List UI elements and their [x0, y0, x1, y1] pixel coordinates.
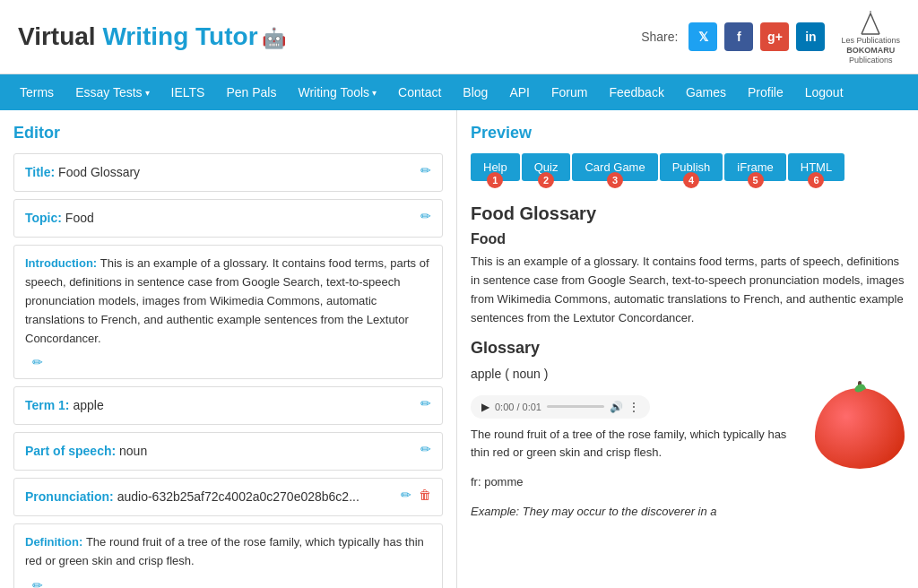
svg-line-1 — [870, 13, 879, 34]
pos-field-content: Part of speech: noun — [25, 442, 413, 461]
iframe-button[interactable]: iFrame 5 — [724, 153, 785, 181]
audio-player[interactable]: ▶ 0:00 / 0:01 🔊 ⋮ — [471, 395, 650, 419]
bokomaru-svg-icon — [853, 9, 888, 36]
apple-image — [815, 388, 905, 469]
nav-contact[interactable]: Contact — [387, 74, 452, 110]
preview-buttons: Help 1 Quiz 2 Card Game 3 Publish 4 iFra… — [471, 153, 905, 181]
audio-progress-bar[interactable] — [547, 405, 604, 408]
title-field-content: Title: Food Glossary — [25, 163, 413, 182]
iframe-badge: 5 — [748, 172, 764, 188]
main-content: Editor Title: Food Glossary ✏ Topic: Foo… — [0, 110, 918, 588]
pronunciation-label: Pronunciation: — [25, 489, 117, 504]
google-share-button[interactable]: g+ — [760, 22, 789, 51]
pos-label: Part of speech: — [25, 444, 119, 458]
quiz-badge: 2 — [538, 172, 554, 188]
publish-badge: 4 — [683, 172, 699, 188]
header: Virtual Writing Tutor🤖 Share: 𝕏 f g+ in … — [0, 0, 918, 74]
term1-field: Term 1: apple ✏ — [13, 386, 443, 425]
header-right: Share: 𝕏 f g+ in Les Publications BOKOMA… — [641, 9, 900, 65]
term1-label: Term 1: — [25, 398, 73, 412]
nav-logout[interactable]: Logout — [794, 74, 854, 110]
title-value: Food Glossary — [58, 165, 140, 179]
definition-label: Definition: — [25, 535, 86, 549]
volume-icon[interactable]: 🔊 — [610, 401, 623, 413]
pronunciation-icons: ✏ 🗑 — [394, 488, 431, 502]
linkedin-share-button[interactable]: in — [796, 22, 825, 51]
preview-example-text: Example: They may occur to the discovere… — [471, 503, 801, 522]
preview-content: Food Glossary Food This is an example of… — [471, 203, 905, 532]
topic-label: Topic: — [25, 211, 65, 225]
preview-term-row: ▶ 0:00 / 0:01 🔊 ⋮ The round fruit of a t… — [471, 388, 905, 532]
quiz-button[interactable]: Quiz 2 — [522, 153, 571, 181]
html-button[interactable]: HTML 6 — [788, 153, 844, 181]
introduction-field: Introduction: This is an example of a gl… — [13, 245, 443, 379]
definition-edit-icon[interactable]: ✏ — [32, 578, 43, 588]
preview-intro-text: This is an example of a glossary. It con… — [471, 253, 905, 327]
pronunciation-field-content: Pronunciation: audio-632b25af72c4002a0c2… — [25, 488, 394, 506]
nav-essay-tests[interactable]: Essay Tests ▾ — [65, 74, 160, 110]
preview-glossary-title: Food Glossary — [471, 203, 905, 224]
nav-profile[interactable]: Profile — [737, 74, 794, 110]
preview-term-line: apple ( noun ) — [471, 367, 905, 381]
logo-blue: Writing Tutor — [102, 22, 257, 50]
nav-pen-pals[interactable]: Pen Pals — [215, 74, 287, 110]
term1-field-content: Term 1: apple — [25, 396, 413, 415]
editor-title: Editor — [13, 124, 443, 143]
topic-field-content: Topic: Food — [25, 209, 413, 228]
pronunciation-field: Pronunciation: audio-632b25af72c4002a0c2… — [13, 478, 443, 516]
title-label: Title: — [25, 165, 58, 179]
share-label: Share: — [641, 30, 678, 44]
publish-button[interactable]: Publish 4 — [660, 153, 723, 181]
bokomaru-text3: Publications — [849, 56, 893, 65]
pronunciation-delete-icon[interactable]: 🗑 — [419, 488, 431, 502]
logo-robot-icon: 🤖 — [262, 27, 286, 49]
svg-line-0 — [862, 13, 870, 34]
audio-time: 0:00 / 0:01 — [495, 402, 541, 412]
topic-edit-icon[interactable]: ✏ — [420, 209, 431, 223]
editor-panel: Editor Title: Food Glossary ✏ Topic: Foo… — [0, 110, 457, 588]
nav-api[interactable]: API — [498, 74, 541, 110]
html-badge: 6 — [808, 172, 824, 188]
play-button[interactable]: ▶ — [481, 401, 489, 413]
preview-topic: Food — [471, 231, 905, 247]
term1-edit-icon[interactable]: ✏ — [420, 396, 431, 411]
nav-terms[interactable]: Terms — [9, 74, 65, 110]
help-button[interactable]: Help 1 — [471, 153, 520, 181]
pos-edit-icon[interactable]: ✏ — [420, 442, 431, 456]
essay-tests-arrow-icon: ▾ — [145, 88, 150, 98]
nav-blog[interactable]: Blog — [452, 74, 498, 110]
preview-term-info: ▶ 0:00 / 0:01 🔊 ⋮ The round fruit of a t… — [471, 388, 801, 532]
pronunciation-value: audio-632b25af72c4002a0c270e028b6c2... — [117, 489, 359, 504]
title-edit-icon[interactable]: ✏ — [420, 163, 431, 177]
writing-tools-arrow-icon: ▾ — [372, 88, 377, 98]
intro-field-content: Introduction: This is an example of a gl… — [25, 255, 431, 348]
bokomaru-text1: Les Publications — [841, 36, 900, 46]
card-game-badge: 3 — [607, 172, 623, 188]
preview-translation-text: fr: pomme — [471, 473, 801, 492]
topic-value: Food — [65, 211, 94, 225]
intro-edit-icon[interactable]: ✏ — [32, 355, 43, 369]
preview-definition-text: The round fruit of a tree of the rose fa… — [471, 426, 801, 463]
preview-panel: Preview Help 1 Quiz 2 Card Game 3 Publis… — [457, 110, 918, 588]
topic-field: Topic: Food ✏ — [13, 199, 443, 238]
definition-field-content: Definition: The round fruit of a tree of… — [25, 533, 431, 571]
nav-feedback[interactable]: Feedback — [598, 74, 674, 110]
bokomaru-logo: Les Publications BOKOMARU Publications — [841, 9, 900, 65]
nav-ielts[interactable]: IELTS — [160, 74, 216, 110]
twitter-share-button[interactable]: 𝕏 — [688, 22, 717, 51]
main-nav: Terms Essay Tests ▾ IELTS Pen Pals Writi… — [0, 74, 918, 110]
pos-field: Part of speech: noun ✏ — [13, 432, 443, 471]
nav-forum[interactable]: Forum — [541, 74, 598, 110]
audio-more-icon[interactable]: ⋮ — [628, 401, 639, 413]
definition-field: Definition: The round fruit of a tree of… — [13, 523, 443, 588]
facebook-share-button[interactable]: f — [724, 22, 753, 51]
intro-label: Introduction: — [25, 256, 100, 270]
pronunciation-edit-icon[interactable]: ✏ — [401, 488, 411, 502]
logo-bold: Virtual — [18, 22, 102, 50]
help-badge: 1 — [487, 172, 503, 188]
nav-writing-tools[interactable]: Writing Tools ▾ — [287, 74, 387, 110]
bokomaru-text2: BOKOMARU — [846, 46, 895, 56]
nav-games[interactable]: Games — [675, 74, 737, 110]
preview-glossary-heading: Glossary — [471, 339, 905, 358]
card-game-button[interactable]: Card Game 3 — [572, 153, 657, 181]
